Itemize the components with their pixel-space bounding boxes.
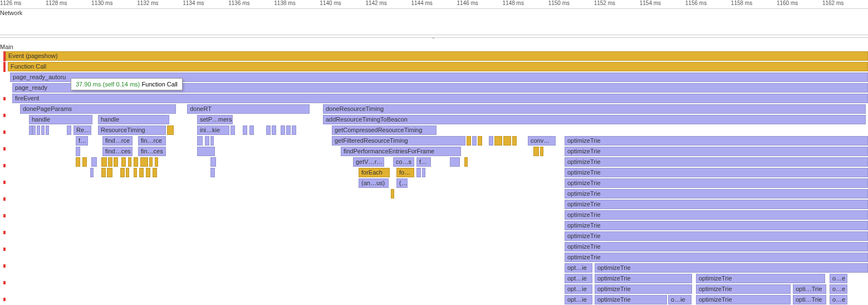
- flame-bar[interactable]: optimizeTrie: [565, 168, 868, 177]
- flame-bar[interactable]: optimizeTrie: [565, 157, 868, 167]
- flame-bar[interactable]: [422, 168, 425, 177]
- flame-bar[interactable]: [489, 136, 493, 146]
- flame-bar[interactable]: f…e: [416, 157, 431, 167]
- flame-bar[interactable]: optimizeTrie: [595, 263, 868, 273]
- flame-bar[interactable]: f…: [76, 136, 88, 146]
- flame-bar[interactable]: optimizeTrie: [565, 200, 868, 209]
- flame-bar[interactable]: [91, 157, 97, 167]
- flame-bar[interactable]: [450, 157, 460, 167]
- flame-bar[interactable]: optimizeTrie: [565, 231, 868, 241]
- flame-bar[interactable]: optimizeTrie: [565, 210, 868, 220]
- flame-bar[interactable]: [128, 157, 131, 167]
- flame-bar[interactable]: fireEvent: [12, 94, 868, 103]
- flame-bar[interactable]: [272, 125, 276, 135]
- flame-bar[interactable]: handle: [98, 115, 169, 124]
- flame-bar[interactable]: addResourceTimingToBeacon: [323, 115, 866, 124]
- flame-bar[interactable]: [533, 147, 539, 156]
- flame-bar[interactable]: doneRT: [187, 104, 310, 114]
- flame-bar[interactable]: optimizeTrie: [696, 284, 791, 294]
- flame-bar[interactable]: optimizeTrie: [595, 295, 667, 304]
- flame-bar[interactable]: [197, 147, 215, 156]
- flame-bar[interactable]: opt…ie: [565, 263, 592, 273]
- flame-bar[interactable]: conv…rie: [528, 136, 556, 146]
- flame-bar[interactable]: opti…Trie: [793, 295, 826, 304]
- flame-bar[interactable]: opt…ie: [565, 295, 592, 304]
- flame-bar[interactable]: [126, 168, 129, 177]
- flame-bar[interactable]: getV…ries: [353, 157, 384, 167]
- flame-bar[interactable]: Function Call: [8, 62, 868, 71]
- flame-bar[interactable]: opti…Trie: [793, 284, 826, 294]
- flame-bar[interactable]: [121, 157, 126, 167]
- flame-bar[interactable]: [281, 125, 285, 135]
- flame-bar[interactable]: optimizeTrie: [595, 274, 692, 283]
- flame-bar[interactable]: getFilteredResourceTiming: [332, 136, 465, 146]
- flame-bar[interactable]: optimizeTrie: [595, 284, 692, 294]
- flame-bar[interactable]: doneResourceTiming: [323, 104, 866, 114]
- flame-bar[interactable]: [134, 168, 137, 177]
- flame-bar[interactable]: optimizeTrie: [696, 295, 791, 304]
- pane-splitter[interactable]: ≡: [0, 35, 868, 38]
- flame-bar[interactable]: opt…ie: [565, 284, 592, 294]
- flame-bar[interactable]: setP…mers: [197, 115, 233, 124]
- flame-bar[interactable]: [472, 136, 477, 146]
- flame-bar[interactable]: optimizeTrie: [696, 274, 825, 283]
- flame-bar[interactable]: [149, 157, 153, 167]
- flame-bar[interactable]: [197, 136, 203, 146]
- flame-bar[interactable]: [120, 168, 125, 177]
- flame-bar[interactable]: [37, 125, 40, 135]
- flame-bar[interactable]: (…: [396, 178, 408, 188]
- flame-bar[interactable]: [82, 157, 87, 167]
- flame-bar[interactable]: findPerformanceEntriesForFrame: [341, 147, 461, 156]
- flame-bar[interactable]: getCompressedResourceTiming: [332, 125, 437, 135]
- flame-bar[interactable]: [101, 157, 107, 167]
- flame-bar[interactable]: co…s: [393, 157, 414, 167]
- flame-bar[interactable]: [286, 125, 291, 135]
- flame-bar[interactable]: opt…ie: [565, 274, 592, 283]
- flame-bar[interactable]: [101, 168, 106, 177]
- flame-bar[interactable]: [464, 157, 468, 167]
- flame-bar[interactable]: optimizeTrie: [565, 221, 868, 230]
- flame-bar[interactable]: o…e: [830, 284, 847, 294]
- flame-bar[interactable]: [76, 157, 80, 167]
- flame-bar[interactable]: [467, 136, 471, 146]
- flame-bar[interactable]: [503, 136, 511, 146]
- flame-bar[interactable]: [32, 125, 36, 135]
- flame-bar[interactable]: o…e: [830, 274, 847, 283]
- flame-bar[interactable]: [292, 125, 296, 135]
- flame-bar[interactable]: [205, 136, 209, 146]
- flame-bar[interactable]: Event (pageshow): [6, 51, 868, 61]
- flame-bar[interactable]: [76, 147, 80, 156]
- flame-bar[interactable]: [391, 189, 394, 199]
- flame-bar[interactable]: [494, 136, 502, 146]
- flame-bar[interactable]: [231, 125, 235, 135]
- flame-bar[interactable]: [107, 168, 112, 177]
- flame-bar[interactable]: [108, 157, 112, 167]
- flame-bar[interactable]: [46, 125, 49, 135]
- flame-bar[interactable]: find…rce: [102, 136, 133, 146]
- flame-bar[interactable]: optimizeTrie: [565, 178, 868, 188]
- timeline-ruler[interactable]: 1126 ms1128 ms1130 ms1132 ms1134 ms1136 …: [0, 0, 868, 9]
- flame-bar[interactable]: [155, 157, 158, 167]
- flame-bar[interactable]: optimizeTrie: [565, 242, 868, 251]
- flame-bar[interactable]: [416, 168, 421, 177]
- flame-bar[interactable]: o…e: [830, 295, 847, 304]
- flame-bar[interactable]: handle: [29, 115, 92, 124]
- flame-bar[interactable]: Re…g: [73, 125, 91, 135]
- flame-bar[interactable]: optimizeTrie: [565, 189, 868, 199]
- flame-bar[interactable]: fo…h: [396, 168, 414, 177]
- flame-bar[interactable]: ResourceTiming: [98, 125, 166, 135]
- flame-bar[interactable]: forEach: [359, 168, 390, 177]
- flame-bar[interactable]: [153, 168, 157, 177]
- flame-bar[interactable]: [139, 168, 144, 177]
- flame-bar[interactable]: [90, 168, 94, 177]
- flame-bar[interactable]: [167, 125, 174, 135]
- flame-bar[interactable]: [540, 147, 543, 156]
- flame-bar[interactable]: fin…ces: [138, 147, 166, 156]
- flame-bar[interactable]: o…ie: [668, 295, 692, 304]
- flame-bar[interactable]: [134, 157, 138, 167]
- flame-bar[interactable]: [140, 157, 148, 167]
- flame-bar[interactable]: [146, 168, 150, 177]
- flame-bar[interactable]: [478, 136, 482, 146]
- flame-bar[interactable]: [266, 125, 271, 135]
- flame-bar[interactable]: optimizeTrie: [565, 147, 868, 156]
